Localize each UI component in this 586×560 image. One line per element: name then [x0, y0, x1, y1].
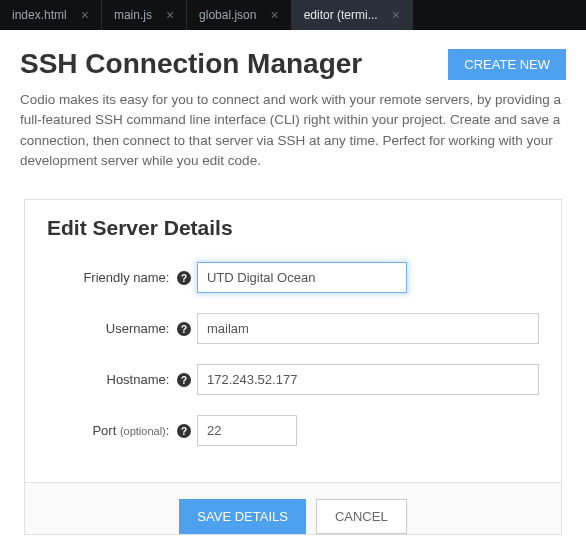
- tab-editor-terminal[interactable]: editor (termi... ×: [292, 0, 413, 30]
- port-input-wrap: [197, 415, 297, 446]
- port-input[interactable]: [197, 415, 297, 446]
- close-icon[interactable]: ×: [81, 8, 89, 22]
- intro-text: Codio makes its easy for you to connect …: [20, 90, 566, 171]
- hostname-input[interactable]: [197, 364, 539, 395]
- cancel-button[interactable]: CANCEL: [316, 499, 407, 534]
- friendly-name-input-wrap: [197, 262, 539, 293]
- hostname-label: Hostname: ?: [47, 372, 197, 388]
- field-port: Port (optional): ?: [25, 405, 561, 456]
- create-new-button[interactable]: CREATE NEW: [448, 49, 566, 80]
- page-content: SSH Connection Manager CREATE NEW Codio …: [0, 30, 586, 555]
- help-icon[interactable]: ?: [177, 373, 191, 387]
- port-label: Port (optional): ?: [47, 423, 197, 439]
- tab-index-html[interactable]: index.html ×: [0, 0, 102, 30]
- close-icon[interactable]: ×: [166, 8, 174, 22]
- tab-label: main.js: [114, 8, 152, 22]
- tab-global-json[interactable]: global.json ×: [187, 0, 292, 30]
- username-input[interactable]: [197, 313, 539, 344]
- field-username: Username: ?: [25, 303, 561, 354]
- label-text: Friendly name:: [83, 270, 169, 285]
- username-input-wrap: [197, 313, 539, 344]
- card-title: Edit Server Details: [25, 200, 561, 252]
- tab-label: index.html: [12, 8, 67, 22]
- help-icon[interactable]: ?: [177, 424, 191, 438]
- button-bar: SAVE DETAILS CANCEL: [25, 482, 561, 534]
- edit-server-card: Edit Server Details Friendly name: ? Use…: [24, 199, 562, 535]
- field-hostname: Hostname: ?: [25, 354, 561, 405]
- friendly-name-label: Friendly name: ?: [47, 270, 197, 286]
- close-icon[interactable]: ×: [270, 8, 278, 22]
- field-friendly-name: Friendly name: ?: [25, 252, 561, 303]
- save-details-button[interactable]: SAVE DETAILS: [179, 499, 306, 534]
- username-label: Username: ?: [47, 321, 197, 337]
- tab-label: global.json: [199, 8, 256, 22]
- hostname-input-wrap: [197, 364, 539, 395]
- label-suffix: :: [166, 423, 170, 438]
- tab-main-js[interactable]: main.js ×: [102, 0, 187, 30]
- close-icon[interactable]: ×: [392, 8, 400, 22]
- optional-text: (optional): [120, 425, 166, 437]
- help-icon[interactable]: ?: [177, 322, 191, 336]
- editor-tabs: index.html × main.js × global.json × edi…: [0, 0, 586, 30]
- label-text: Port: [92, 423, 116, 438]
- page-header: SSH Connection Manager CREATE NEW: [20, 48, 566, 80]
- label-text: Hostname:: [107, 372, 170, 387]
- tab-label: editor (termi...: [304, 8, 378, 22]
- help-icon[interactable]: ?: [177, 271, 191, 285]
- friendly-name-input[interactable]: [197, 262, 407, 293]
- page-title: SSH Connection Manager: [20, 48, 362, 80]
- label-text: Username:: [106, 321, 170, 336]
